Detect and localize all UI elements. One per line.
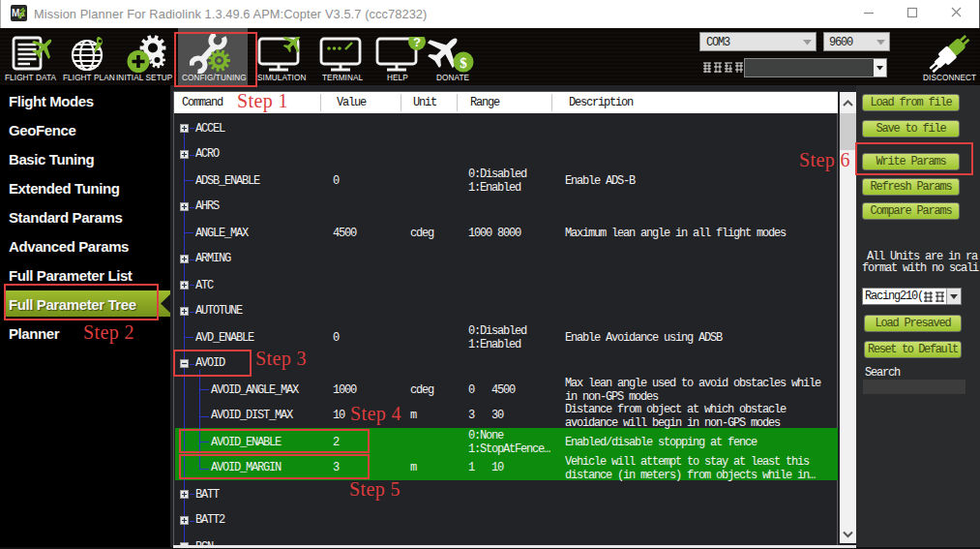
svg-text:$: $	[460, 55, 467, 71]
svg-text:?: ?	[413, 37, 421, 49]
